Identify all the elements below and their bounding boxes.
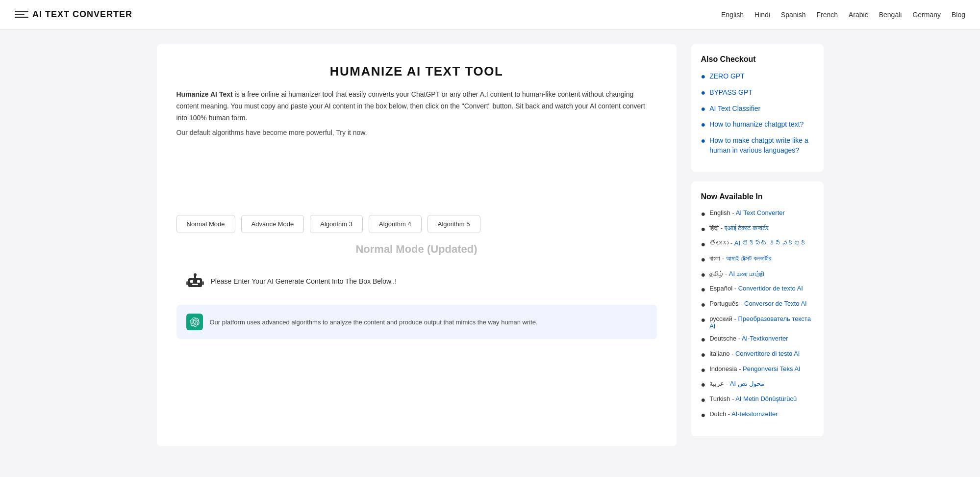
checkout-link[interactable]: How to make chatgpt write like a human i… bbox=[709, 136, 813, 155]
available-link[interactable]: AI టెక్స్ట్ కన్వర్టర్ bbox=[734, 239, 807, 247]
checkout-dot: ● bbox=[701, 136, 706, 146]
available-link[interactable]: Convertidor de texto AI bbox=[738, 285, 803, 292]
checkout-link-item: ●How to make chatgpt write like a human … bbox=[701, 136, 814, 155]
nav-link-hindi[interactable]: Hindi bbox=[754, 11, 770, 19]
mode-btn-1[interactable]: Advance Mode bbox=[241, 215, 304, 233]
available-lang-text: தமிழ் - AI உரை மாற்றி bbox=[709, 270, 764, 278]
available-link[interactable]: Conversor de Texto AI bbox=[744, 300, 807, 307]
checkout-link[interactable]: ZERO GPT bbox=[709, 72, 745, 81]
available-dot: ● bbox=[701, 239, 706, 250]
available-item: ●italiano - Convertitore di testo AI bbox=[701, 350, 814, 360]
checkout-link-item: ●How to humanize chatgpt text? bbox=[701, 120, 814, 130]
available-lang-text: italiano - Convertitore di testo AI bbox=[709, 350, 800, 357]
available-item: ●Dutch - AI-tekstomzetter bbox=[701, 410, 814, 421]
svg-point-5 bbox=[194, 273, 197, 276]
available-dot: ● bbox=[701, 380, 706, 390]
available-item: ●عربية - AI محول نص bbox=[701, 380, 814, 390]
mode-btn-4[interactable]: Algorithm 5 bbox=[427, 215, 480, 233]
available-lang-text: Português - Conversor de Texto AI bbox=[709, 300, 807, 307]
nav-link-bengali[interactable]: Bengali bbox=[879, 11, 902, 19]
nav-link-english[interactable]: English bbox=[721, 11, 744, 19]
nav-link-arabic[interactable]: Arabic bbox=[849, 11, 868, 19]
checkout-links: ●ZERO GPT●BYPASS GPT●AI Text Classifier●… bbox=[701, 72, 814, 155]
sidebar: Also Checkout ●ZERO GPT●BYPASS GPT●AI Te… bbox=[691, 44, 824, 446]
available-link[interactable]: AI-Textkonverter bbox=[742, 335, 788, 342]
checkout-link[interactable]: How to humanize chatgpt text? bbox=[709, 120, 804, 130]
available-dot: ● bbox=[701, 285, 706, 295]
available-link[interactable]: Преобразователь текста AI bbox=[709, 315, 811, 330]
available-link[interactable]: Pengonversi Teks AI bbox=[743, 365, 801, 372]
available-dot: ● bbox=[701, 395, 706, 405]
available-lang-text: Dutch - AI-tekstomzetter bbox=[709, 410, 778, 418]
available-link[interactable]: AI-tekstomzetter bbox=[731, 410, 778, 418]
logo[interactable]: AI TEXT CONVERTER bbox=[15, 9, 132, 20]
available-item: ●हिंदी - एआई टेक्स्ट कन्वर्टर bbox=[701, 224, 814, 235]
available-lang-text: বাংলা - আমাই টেক্সট কনভার্টার bbox=[709, 255, 771, 263]
available-item: ●Turkish - AI Metin Dönüştürücü bbox=[701, 395, 814, 405]
nav-link-germany[interactable]: Germany bbox=[912, 11, 941, 19]
svg-rect-2 bbox=[197, 280, 200, 283]
available-dot: ● bbox=[701, 224, 706, 235]
available-item: ●বাংলা - আমাই টেক্সট কনভার্টার bbox=[701, 255, 814, 265]
page-wrapper: HUMANIZE AI TEXT TOOL Humanize AI Text i… bbox=[147, 44, 833, 446]
svg-rect-6 bbox=[186, 281, 188, 285]
gpt-box-text: Our platform uses advanced algorithms to… bbox=[210, 318, 538, 327]
available-item: ●தமிழ் - AI உரை மாற்றி bbox=[701, 270, 814, 280]
checkout-dot: ● bbox=[701, 88, 706, 98]
mode-btn-2[interactable]: Algorithm 3 bbox=[310, 215, 363, 233]
available-link[interactable]: Convertitore di testo AI bbox=[735, 350, 800, 357]
available-dot: ● bbox=[701, 300, 706, 310]
robot-icon bbox=[186, 272, 204, 290]
available-item: ●Indonesia - Pengonversi Teks AI bbox=[701, 365, 814, 375]
checkout-link[interactable]: BYPASS GPT bbox=[709, 88, 753, 98]
info-box-text: Please Enter Your AI Generate Content In… bbox=[211, 277, 397, 285]
available-title: Now Available In bbox=[701, 192, 814, 201]
available-lang-text: हिंदी - एआई टेक्स्ट कन्वर्टर bbox=[709, 224, 769, 232]
available-link[interactable]: AI محول نص bbox=[730, 380, 765, 387]
available-dot: ● bbox=[701, 365, 706, 375]
available-item: ●తెలుగు - AI టెక్స్ట్ కన్వర్టర్ bbox=[701, 239, 814, 250]
also-checkout-section: Also Checkout ●ZERO GPT●BYPASS GPT●AI Te… bbox=[691, 44, 824, 172]
available-dot: ● bbox=[701, 315, 706, 325]
main-content: HUMANIZE AI TEXT TOOL Humanize AI Text i… bbox=[157, 44, 677, 446]
svg-rect-0 bbox=[188, 278, 202, 287]
mode-header: Normal Mode (Updated) bbox=[176, 243, 657, 256]
available-link[interactable]: AI Metin Dönüştürücü bbox=[735, 395, 797, 402]
available-item: ●English - AI Text Converter bbox=[701, 209, 814, 219]
available-lang-text: తెలుగు - AI టెక్స్ట్ కన్వర్టర్ bbox=[709, 239, 807, 247]
checkout-dot: ● bbox=[701, 104, 706, 114]
available-item: ●Deutsche - AI-Textkonverter bbox=[701, 335, 814, 345]
nav-link-spanish[interactable]: Spanish bbox=[781, 11, 806, 19]
tool-description-bold: Humanize AI Text bbox=[176, 90, 233, 98]
mode-btn-0[interactable]: Normal Mode bbox=[176, 215, 235, 233]
available-item: ●русский - Преобразователь текста AI bbox=[701, 315, 814, 330]
available-link[interactable]: AI Text Converter bbox=[736, 209, 785, 216]
mode-btn-3[interactable]: Algorithm 4 bbox=[369, 215, 422, 233]
nav-link-blog[interactable]: Blog bbox=[952, 11, 965, 19]
checkout-dot: ● bbox=[701, 72, 706, 82]
available-lang-text: Turkish - AI Metin Dönüştürücü bbox=[709, 395, 797, 402]
available-links: ●English - AI Text Converter●हिंदी - एआई… bbox=[701, 209, 814, 420]
nav-link-french[interactable]: French bbox=[816, 11, 838, 19]
checkout-link[interactable]: AI Text Classifier bbox=[709, 104, 760, 114]
checkout-link-item: ●BYPASS GPT bbox=[701, 88, 814, 98]
available-lang-text: Indonesia - Pengonversi Teks AI bbox=[709, 365, 801, 372]
available-lang-text: русский - Преобразователь текста AI bbox=[709, 315, 813, 330]
available-dot: ● bbox=[701, 270, 706, 280]
checkout-dot: ● bbox=[701, 120, 706, 130]
available-dot: ● bbox=[701, 410, 706, 421]
header: AI TEXT CONVERTER EnglishHindiSpanishFre… bbox=[0, 0, 980, 29]
available-dot: ● bbox=[701, 255, 706, 265]
available-lang-text: Deutsche - AI-Textkonverter bbox=[709, 335, 788, 342]
info-box: Please Enter Your AI Generate Content In… bbox=[176, 265, 657, 298]
gpt-icon bbox=[186, 314, 203, 330]
svg-rect-3 bbox=[192, 284, 198, 285]
available-link[interactable]: एआई टेक्स्ट कन्वर्टर bbox=[725, 224, 769, 232]
available-lang-text: عربية - AI محول نص bbox=[709, 380, 764, 387]
available-lang-text: Español - Convertidor de texto AI bbox=[709, 285, 803, 292]
tool-title: HUMANIZE AI TEXT TOOL bbox=[176, 64, 657, 79]
logo-icon bbox=[15, 10, 28, 20]
mode-buttons: Normal ModeAdvance ModeAlgorithm 3Algori… bbox=[176, 215, 657, 233]
available-link[interactable]: আমাই টেক্সট কনভার্টার bbox=[726, 255, 771, 262]
available-link[interactable]: AI உரை மாற்றி bbox=[729, 270, 765, 277]
